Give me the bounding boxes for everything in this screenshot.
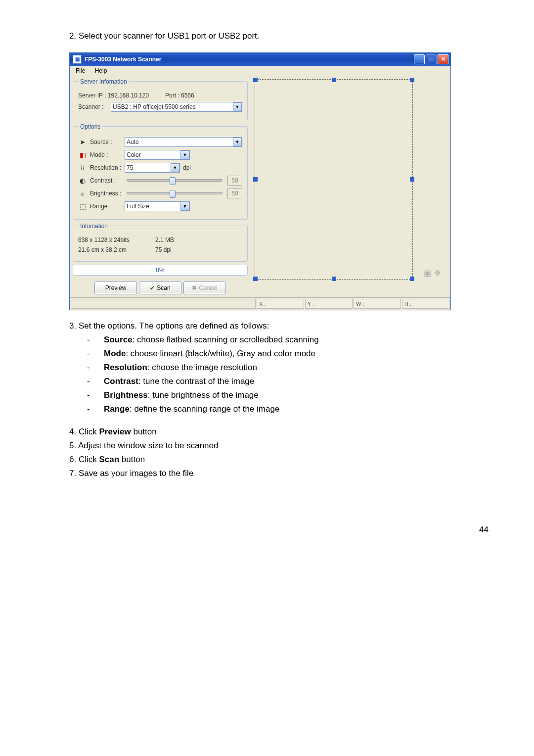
step-7-text: 7. Save as your images to the file bbox=[69, 467, 490, 480]
resolution-icon: ⁞⁞ bbox=[78, 164, 87, 172]
mode-label: Mode : bbox=[90, 151, 122, 158]
cancel-button[interactable]: ✖ Cancel bbox=[183, 282, 226, 294]
range-select[interactable]: Full Size ▼ bbox=[125, 201, 190, 211]
source-value: Auto bbox=[125, 139, 139, 145]
step-2-text: 2. Select your scanner for USB1 port or … bbox=[69, 30, 490, 43]
brightness-value: 50 bbox=[227, 189, 242, 198]
x-icon: ✖ bbox=[192, 284, 197, 291]
step-3-subitem: -Range: define the scanning range of the… bbox=[87, 402, 490, 416]
chevron-down-icon[interactable]: ▼ bbox=[233, 102, 242, 111]
window-title: FPS-3003 Network Scanner bbox=[85, 56, 161, 63]
information-legend: Infomation bbox=[78, 223, 110, 230]
step-3-subitem: -Brightness: tune brightness of the imag… bbox=[87, 388, 490, 402]
brightness-label: Brightness : bbox=[90, 190, 122, 197]
menubar: File Help bbox=[70, 66, 450, 76]
chevron-down-icon[interactable]: ▼ bbox=[233, 138, 242, 146]
status-x: X : bbox=[257, 299, 304, 309]
step-3-subitem: -Resolution: choose the image resolution bbox=[87, 361, 490, 375]
handle-bottom-right[interactable] bbox=[410, 277, 414, 281]
step-3-subitem: -Mode: choose lineart (black/white), Gra… bbox=[87, 347, 490, 361]
preview-area[interactable]: ▣ ✥ bbox=[251, 78, 447, 294]
status-w: W : bbox=[354, 299, 401, 309]
handle-bottom-mid[interactable] bbox=[332, 277, 336, 281]
zoom-fit-icon[interactable]: ▣ bbox=[424, 268, 431, 278]
brightness-slider[interactable] bbox=[127, 192, 222, 194]
close-button[interactable]: ✕ bbox=[438, 54, 448, 64]
scanner-window: ▦ FPS-3003 Network Scanner _ ▭ ✕ File He… bbox=[69, 52, 451, 310]
preview-label: Preview bbox=[105, 284, 127, 291]
server-info-legend: Server Infomation bbox=[78, 78, 129, 85]
handle-mid-left[interactable] bbox=[253, 177, 258, 182]
resolution-value: 75 bbox=[125, 164, 133, 171]
options-group: Options ➤ Source : Auto ▼ ◧ Mode : C bbox=[73, 123, 248, 220]
resolution-select[interactable]: 75 ▼ bbox=[125, 163, 180, 173]
scanner-select[interactable]: USB2 : HP officejet 5500 series ▼ bbox=[111, 102, 242, 112]
statusbar: X : Y : W : H : bbox=[70, 297, 450, 310]
scan-button[interactable]: ✔ Scan bbox=[139, 282, 181, 294]
cancel-label: Cancel bbox=[199, 284, 217, 291]
scan-label: Scan bbox=[157, 284, 170, 291]
range-value: Full Size bbox=[125, 203, 149, 210]
info-size: 2.1 MB bbox=[155, 236, 174, 243]
contrast-icon: ◐ bbox=[78, 177, 87, 185]
progress-bar: 0% bbox=[73, 265, 248, 276]
contrast-value: 50 bbox=[227, 176, 242, 186]
mode-icon: ◧ bbox=[78, 151, 87, 159]
status-y: Y : bbox=[305, 299, 353, 309]
status-h: H : bbox=[402, 299, 449, 309]
chevron-down-icon[interactable]: ▼ bbox=[171, 163, 179, 172]
info-dims: 638 x 1128 x 24bits bbox=[78, 236, 152, 243]
minimize-button[interactable]: _ bbox=[414, 54, 425, 64]
handle-bottom-left[interactable] bbox=[253, 277, 258, 281]
handle-top-right[interactable] bbox=[410, 78, 414, 82]
scanner-value: USB2 : HP officejet 5500 series bbox=[111, 103, 196, 110]
scanner-label: Scanner : bbox=[78, 103, 108, 110]
menu-file[interactable]: File bbox=[72, 67, 89, 75]
chevron-down-icon[interactable]: ▼ bbox=[180, 202, 189, 211]
chevron-down-icon[interactable]: ▼ bbox=[180, 150, 189, 159]
step-3-intro: 3. Set the options. The options are defi… bbox=[69, 319, 490, 333]
app-icon: ▦ bbox=[73, 55, 82, 64]
handle-mid-right[interactable] bbox=[410, 177, 414, 182]
titlebar[interactable]: ▦ FPS-3003 Network Scanner _ ▭ ✕ bbox=[70, 53, 450, 66]
step-4-text: 4. Click Preview button bbox=[69, 425, 490, 439]
resolution-unit: dpi bbox=[183, 164, 191, 171]
mode-select[interactable]: Color ▼ bbox=[125, 150, 190, 160]
step-3-subitem: -Source: choose flatbed scanning or scro… bbox=[87, 333, 490, 347]
mode-value: Color bbox=[125, 151, 141, 158]
handle-top-mid[interactable] bbox=[332, 78, 336, 82]
step-3-subitem: -Contrast: tune the contrast of the imag… bbox=[87, 375, 490, 388]
info-physical: 21.6 cm x 38.2 cm bbox=[78, 246, 152, 253]
brightness-icon: ☼ bbox=[78, 189, 87, 197]
check-icon: ✔ bbox=[150, 284, 155, 291]
range-icon: ⬚ bbox=[78, 202, 87, 210]
status-left-pane bbox=[71, 299, 256, 309]
contrast-slider[interactable] bbox=[127, 179, 222, 182]
preview-button[interactable]: Preview bbox=[94, 282, 137, 294]
step-5-text: 5. Adjust the window size to be scanned bbox=[69, 439, 490, 453]
source-icon: ➤ bbox=[78, 138, 87, 146]
server-port-label: Port : 6566 bbox=[165, 92, 194, 99]
step-6-text: 6. Click Scan button bbox=[69, 453, 490, 467]
server-ip-label: Server IP : 192.168.10.120 bbox=[78, 92, 162, 99]
options-legend: Options bbox=[78, 123, 102, 130]
server-info-group: Server Infomation Server IP : 192.168.10… bbox=[73, 78, 248, 120]
source-select[interactable]: Auto ▼ bbox=[125, 137, 242, 147]
handle-top-left[interactable] bbox=[253, 78, 258, 82]
progress-text: 0% bbox=[156, 267, 164, 274]
page-number: 44 bbox=[69, 525, 490, 535]
resolution-label: Resolution : bbox=[90, 164, 122, 171]
selection-rect[interactable] bbox=[255, 79, 413, 280]
contrast-label: Contrast : bbox=[90, 177, 122, 184]
menu-help[interactable]: Help bbox=[91, 67, 111, 75]
zoom-in-icon[interactable]: ✥ bbox=[434, 268, 441, 278]
information-group: Infomation 638 x 1128 x 24bits 2.1 MB 21… bbox=[73, 223, 248, 262]
source-label: Source : bbox=[90, 139, 122, 145]
maximize-button[interactable]: ▭ bbox=[426, 54, 437, 64]
info-dpi: 75 dpi bbox=[155, 246, 172, 253]
range-label: Range : bbox=[90, 203, 122, 210]
